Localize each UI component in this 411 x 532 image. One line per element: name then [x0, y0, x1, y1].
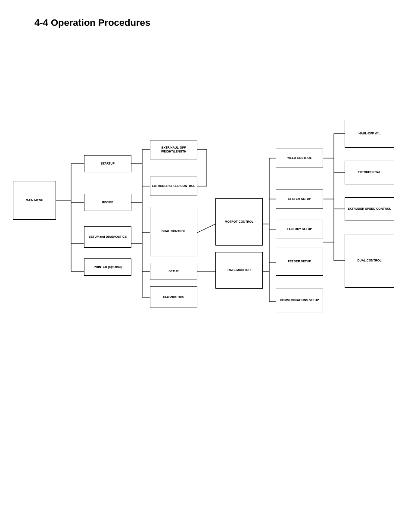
printer-box: PRINTER (optional): [84, 258, 131, 276]
factory-setup-box: FACTORY SETUP: [276, 220, 323, 239]
extruder-speed2-box: EXTRUDER SPEED CONTROL: [345, 197, 394, 221]
haul-off-wl-box: HAUL-OFF W/L: [345, 120, 394, 148]
rate-monitor-box: RATE MONITOR: [215, 252, 263, 289]
extruder-speed-box: EXTRUDER SPEED CONTROL: [150, 177, 197, 196]
motpot-box: MOTPOT CONTROL: [215, 198, 263, 246]
extruder-wl-box: EXTRUDER W/L: [345, 161, 394, 184]
setup-box: SETUP: [150, 263, 197, 280]
recipe-box: RECIPE: [84, 194, 131, 211]
dual-control-box: DUAL CONTROL: [150, 207, 197, 256]
svg-line-18: [197, 224, 215, 233]
startup-box: STARTUP: [84, 155, 131, 172]
system-setup-box: SYSTEM SETUP: [276, 190, 323, 209]
yield-control-box: YIELD CONTROL: [276, 149, 323, 168]
extr-haul-box: EXTR/HAUL-OFF WEIGHT/LENGTH: [150, 140, 197, 159]
dual-control2-box: DUAL CONTROL: [345, 234, 394, 288]
setup-diag-box: SETUP and DIAGNOSTICS: [84, 226, 131, 248]
comm-setup-box: COMMUNICATIONS SETUP: [276, 289, 323, 312]
diagnostics-box: DIAGNOSTICS: [150, 286, 197, 308]
feeder-setup-box: FEEDER SETUP: [276, 248, 323, 276]
page-title: 4-4 Operation Procedures: [0, 0, 411, 28]
main-menu-box: MAIN MENU: [13, 181, 56, 220]
